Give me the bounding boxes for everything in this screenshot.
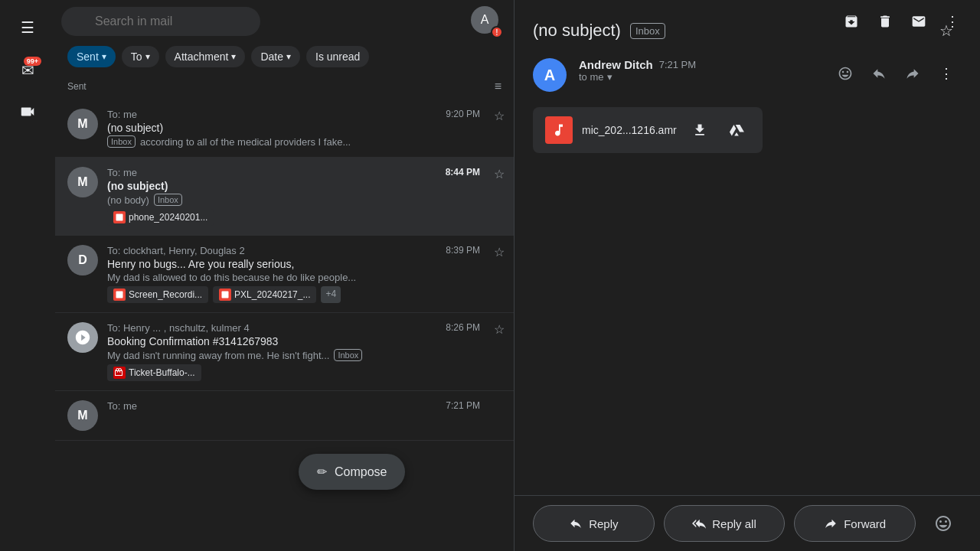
more-actions-button[interactable]: ⋮ bbox=[937, 6, 968, 37]
save-to-drive-button[interactable] bbox=[723, 116, 750, 144]
email-content: To: me (no subject) Inbox according to a… bbox=[107, 109, 501, 148]
filter-unread[interactable]: Is unread bbox=[306, 46, 369, 67]
filter-to[interactable]: To ▾ bbox=[122, 46, 159, 67]
inbox-badge: Inbox bbox=[107, 135, 136, 148]
chevron-down-icon: ▾ bbox=[286, 51, 291, 62]
account-avatar[interactable]: A ! bbox=[471, 6, 501, 37]
attachments-row: Screen_Recordi... PXL_20240217_... +4 bbox=[107, 286, 501, 303]
star-icon[interactable]: ☆ bbox=[494, 245, 505, 259]
compose-icon: ✏ bbox=[317, 465, 327, 479]
sent-header: Sent ≡ bbox=[55, 73, 514, 99]
account-alert-badge: ! bbox=[491, 26, 503, 38]
attachment-chip: Screen_Recordi... bbox=[107, 286, 208, 303]
sender-avatar: M bbox=[67, 400, 98, 431]
download-button[interactable] bbox=[686, 116, 714, 144]
video-icon bbox=[19, 103, 36, 124]
sender-avatar: M bbox=[67, 167, 98, 197]
mail-nav-item[interactable]: ✉ 99+ bbox=[12, 55, 43, 86]
more-icon: ⋮ bbox=[946, 13, 959, 30]
search-input[interactable] bbox=[61, 7, 260, 36]
email-content: To: Henry ... , nschultz, kulmer 4 Booki… bbox=[107, 322, 501, 381]
attachment-chip: Ticket-Buffalo-... bbox=[107, 364, 201, 381]
email-subject-heading: (no subject) Inbox bbox=[533, 21, 665, 41]
attachment-icon bbox=[219, 289, 231, 301]
star-icon[interactable]: ☆ bbox=[494, 167, 505, 181]
reply-all-button[interactable]: Reply all bbox=[664, 505, 786, 542]
email-time: 7:21 PM bbox=[446, 400, 480, 411]
filter-chips: Sent ▾ To ▾ Attachment ▾ Date ▾ Is unrea… bbox=[55, 43, 514, 73]
email-item[interactable]: D To: clockhart, Henry, Douglas 2 Henry … bbox=[55, 236, 514, 313]
email-item[interactable]: M To: me (no subject) (no body) Inbox ph… bbox=[55, 158, 514, 236]
chevron-down-icon: ▾ bbox=[231, 51, 236, 62]
chevron-down-icon: ▾ bbox=[102, 51, 106, 62]
video-nav-item[interactable] bbox=[12, 98, 43, 129]
menu-button[interactable]: ☰ bbox=[12, 12, 43, 43]
search-wrapper bbox=[61, 7, 465, 36]
attachment-icon bbox=[113, 211, 126, 223]
emoji-button[interactable] bbox=[925, 505, 962, 542]
email-time: 9:20 PM bbox=[446, 109, 480, 119]
filter-sent[interactable]: Sent ▾ bbox=[67, 46, 116, 67]
star-icon[interactable]: ☆ bbox=[494, 322, 505, 337]
email-subject: (no subject) bbox=[107, 122, 501, 134]
left-panel: A ! Sent ▾ To ▾ Attachment ▾ Date ▾ Is u… bbox=[55, 0, 514, 551]
inbox-badge: Inbox bbox=[334, 349, 362, 361]
sender-actions: ⋮ bbox=[830, 58, 962, 89]
sender-avatar bbox=[67, 322, 98, 353]
email-to: To: Henry ... , nschultz, kulmer 4 bbox=[107, 322, 501, 334]
mark-unread-button[interactable] bbox=[903, 6, 934, 37]
email-item[interactable]: M To: me 7:21 PM bbox=[55, 391, 514, 441]
email-time: 8:26 PM bbox=[446, 322, 480, 333]
filter-date[interactable]: Date ▾ bbox=[251, 46, 300, 67]
bottom-actions: Reply Reply all Forward bbox=[514, 495, 980, 551]
email-view-body: A Andrew Ditch 7:21 PM to me ▾ bbox=[514, 58, 980, 495]
email-subject: Henry no bugs... Are you really serious, bbox=[107, 258, 501, 270]
extra-attachments-badge: +4 bbox=[321, 286, 341, 303]
sender-row: A Andrew Ditch 7:21 PM to me ▾ bbox=[533, 58, 962, 92]
email-time: 8:44 PM bbox=[446, 167, 480, 178]
menu-icon: ☰ bbox=[21, 18, 34, 37]
email-preview: (no body) Inbox bbox=[107, 194, 501, 206]
email-sent-time: 7:21 PM bbox=[659, 59, 696, 70]
more-options-button[interactable]: ⋮ bbox=[931, 58, 962, 89]
email-subject: Booking Confirmation #3141267983 bbox=[107, 335, 501, 347]
sender-avatar: A bbox=[533, 58, 567, 92]
email-preview: My dad isn't running away from me. He is… bbox=[107, 349, 501, 361]
attachments-row: Ticket-Buffalo-... bbox=[107, 364, 501, 381]
reply-button-inline[interactable] bbox=[864, 58, 894, 89]
attachment-chip: PXL_20240217_... bbox=[213, 286, 316, 303]
archive-button[interactable] bbox=[836, 6, 867, 37]
email-content: To: me bbox=[107, 400, 501, 413]
delete-button[interactable] bbox=[870, 6, 900, 37]
email-to: To: clockhart, Henry, Douglas 2 bbox=[107, 245, 501, 256]
compose-button[interactable]: ✏ Compose bbox=[299, 454, 405, 490]
filter-sort-icon[interactable]: ≡ bbox=[495, 80, 501, 93]
email-time: 8:39 PM bbox=[446, 245, 480, 256]
email-item[interactable]: M To: me (no subject) Inbox according to… bbox=[55, 99, 514, 158]
attachment-icon bbox=[113, 289, 126, 301]
more-icon: ⋮ bbox=[939, 65, 953, 82]
sidebar: ☰ ✉ 99+ bbox=[0, 0, 55, 551]
email-to: To: me bbox=[107, 109, 501, 120]
attachments-row: phone_20240201... bbox=[107, 209, 501, 226]
forward-button-inline[interactable] bbox=[897, 58, 928, 89]
email-preview: Inbox according to all of the medical pr… bbox=[107, 135, 501, 148]
filter-attachment[interactable]: Attachment ▾ bbox=[165, 46, 246, 67]
chevron-down-icon: ▾ bbox=[607, 71, 612, 83]
mail-badge: 99+ bbox=[24, 57, 41, 66]
email-to: To: me bbox=[107, 167, 501, 178]
forward-button[interactable]: Forward bbox=[794, 505, 916, 542]
emoji-react-button[interactable] bbox=[830, 58, 861, 89]
email-preview: My dad is allowed to do this because he … bbox=[107, 272, 501, 283]
email-subject: (no subject) bbox=[107, 180, 501, 192]
attachment-file-icon bbox=[545, 116, 573, 144]
search-bar-container: A ! bbox=[55, 0, 514, 43]
email-item[interactable]: To: Henry ... , nschultz, kulmer 4 Booki… bbox=[55, 313, 514, 391]
chevron-down-icon: ▾ bbox=[145, 51, 150, 62]
star-icon[interactable]: ☆ bbox=[494, 109, 505, 123]
attachment-chip: phone_20240201... bbox=[107, 209, 214, 226]
email-content: To: me (no subject) (no body) Inbox phon… bbox=[107, 167, 501, 226]
email-attachment: mic_202...1216.amr bbox=[533, 107, 763, 153]
reply-button[interactable]: Reply bbox=[533, 505, 655, 542]
sender-avatar: D bbox=[67, 245, 98, 276]
